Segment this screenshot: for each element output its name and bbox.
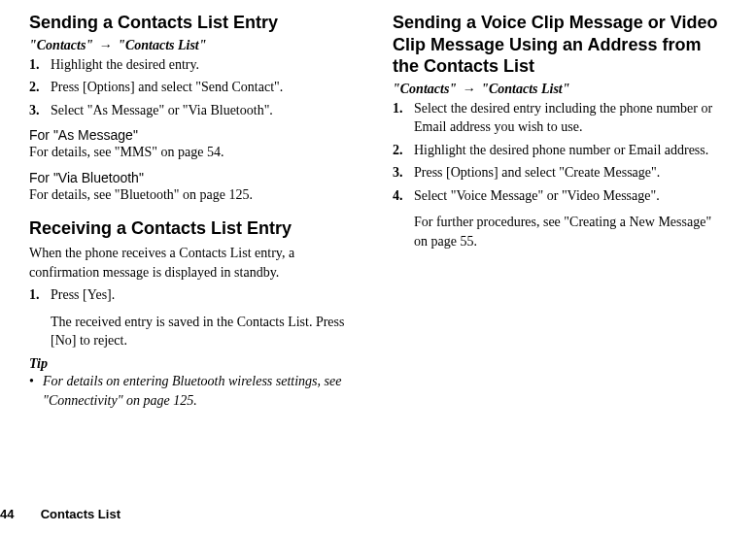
arrow-icon: → <box>463 82 476 96</box>
breadcrumb-b: "Contacts List" <box>118 38 206 52</box>
breadcrumb-voice-video: "Contacts" → "Contacts List" <box>393 82 727 97</box>
list-item: 3.Press [Options] and select "Create Mes… <box>393 163 727 183</box>
section-voice-video: Sending a Voice Clip Message or Video Cl… <box>393 12 727 251</box>
arrow-icon: → <box>99 38 113 52</box>
left-column: Sending a Contacts List Entry "Contacts"… <box>29 12 363 410</box>
tip-item: • For details on entering Bluetooth wire… <box>29 372 363 410</box>
detail-as-message: For details, see "MMS" on page 54. <box>29 143 363 162</box>
steps-voice-video: 1.Select the desired entry including the… <box>393 99 727 206</box>
steps-sending: 1.Highlight the desired entry. 2.Press [… <box>29 55 363 120</box>
page-number: 44 <box>0 507 37 521</box>
page-footer: 44 Contacts List <box>0 507 120 521</box>
breadcrumb-sending: "Contacts" → "Contacts List" <box>29 38 363 53</box>
section-receiving: Receiving a Contacts List Entry When the… <box>29 217 363 410</box>
list-item: 3.Select "As Message" or "Via Bluetooth"… <box>29 101 363 120</box>
intro-receiving: When the phone receives a Contacts List … <box>29 244 363 282</box>
subhead-via-bluetooth: For "Via Bluetooth" <box>29 170 363 185</box>
heading-voice-video: Sending a Voice Clip Message or Video Cl… <box>393 12 727 78</box>
breadcrumb-a: "Contacts" <box>29 38 93 52</box>
right-column: Sending a Voice Clip Message or Video Cl… <box>393 12 727 410</box>
footer-section: Contacts List <box>41 507 120 521</box>
subhead-as-message: For "As Message" <box>29 127 363 143</box>
note-receiving: The received entry is saved in the Conta… <box>51 313 363 350</box>
list-item: 1.Highlight the desired entry. <box>29 55 363 75</box>
breadcrumb-b: "Contacts List" <box>481 82 569 96</box>
tip-label: Tip <box>29 356 363 372</box>
list-item: 1.Press [Yes]. <box>29 285 363 305</box>
heading-receiving: Receiving a Contacts List Entry <box>29 217 363 240</box>
note-voice-video: For further procedures, see "Creating a … <box>414 213 727 250</box>
heading-sending: Sending a Contacts List Entry <box>29 12 363 34</box>
detail-via-bluetooth: For details, see "Bluetooth" on page 125… <box>29 185 363 205</box>
breadcrumb-a: "Contacts" <box>393 82 457 96</box>
list-item: 4.Select "Voice Message" or "Video Messa… <box>393 186 727 206</box>
bullet-icon: • <box>29 372 43 410</box>
list-item: 1.Select the desired entry including the… <box>393 99 727 137</box>
list-item: 2.Highlight the desired phone number or … <box>393 141 727 160</box>
steps-receiving: 1.Press [Yes]. <box>29 285 363 305</box>
list-item: 2.Press [Options] and select "Send Conta… <box>29 78 363 97</box>
tip-text: For details on entering Bluetooth wirele… <box>43 372 363 410</box>
section-sending: Sending a Contacts List Entry "Contacts"… <box>29 12 363 204</box>
